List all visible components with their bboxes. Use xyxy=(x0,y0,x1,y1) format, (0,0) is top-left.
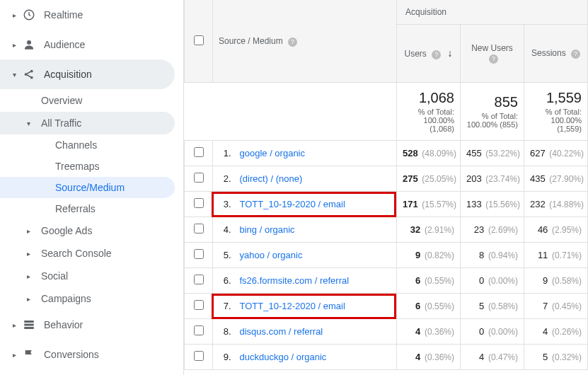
row-new-users: 4 (0.47%) xyxy=(460,345,524,370)
row-users: 4 (0.36%) xyxy=(396,345,460,370)
colgroup-acquisition: Acquisition xyxy=(396,0,587,25)
table-row: 4.bing / organic32 (2.91%)23 (2.69%)46 (… xyxy=(185,217,588,243)
row-index: 7. xyxy=(213,294,234,319)
source-link[interactable]: disqus.com / referral xyxy=(240,326,323,337)
nav-behavior[interactable]: ▸ Behavior xyxy=(0,310,183,340)
svg-rect-5 xyxy=(24,321,34,323)
help-icon[interactable]: ? xyxy=(489,54,498,64)
row-new-users: 455 (53.22%) xyxy=(460,141,524,166)
row-users: 528 (48.09%) xyxy=(396,141,460,166)
nav-all-traffic[interactable]: ▾ All Traffic xyxy=(0,112,175,134)
row-index: 5. xyxy=(213,243,234,268)
nav-conversions[interactable]: ▸ Conversions xyxy=(0,340,183,369)
table-row: 9.duckduckgo / organic4 (0.36%)4 (0.47%)… xyxy=(185,345,588,370)
nav-audience[interactable]: ▸ Audience xyxy=(0,30,183,59)
row-index: 8. xyxy=(213,319,234,345)
row-source: (direct) / (none) xyxy=(234,166,397,192)
row-users: 9 (0.82%) xyxy=(396,243,460,268)
row-index: 3. xyxy=(213,192,234,217)
caret-icon: ▸ xyxy=(27,227,35,235)
table-row: 5.yahoo / organic9 (0.82%)8 (0.94%)11 (0… xyxy=(185,243,588,268)
help-icon[interactable]: ? xyxy=(288,38,297,47)
select-all-cell xyxy=(185,0,213,83)
source-link[interactable]: yahoo / organic xyxy=(240,250,303,260)
row-index: 4. xyxy=(213,217,234,243)
source-link[interactable]: bing / organic xyxy=(240,224,295,235)
row-new-users: 5 (0.58%) xyxy=(460,294,524,319)
flag-icon xyxy=(21,347,37,362)
row-sessions: 7 (0.45%) xyxy=(524,294,587,319)
row-checkbox[interactable] xyxy=(194,249,204,259)
sort-desc-icon: ↓ xyxy=(448,47,453,59)
row-checkbox[interactable] xyxy=(194,325,204,335)
row-index: 6. xyxy=(213,268,234,294)
nav-label: Acquisition xyxy=(44,69,92,80)
nav-social[interactable]: ▸Social xyxy=(0,265,183,287)
source-link[interactable]: duckduckgo / organic xyxy=(240,352,327,362)
caret-icon: ▸ xyxy=(27,250,35,258)
source-link[interactable]: fs26.formsite.com / referral xyxy=(240,275,350,286)
nav-referrals[interactable]: Referrals xyxy=(0,198,183,219)
col-source-medium[interactable]: Source / Medium ? xyxy=(213,0,397,83)
row-users: 4 (0.36%) xyxy=(396,319,460,345)
row-new-users: 0 (0.00%) xyxy=(460,268,524,294)
nav-google-ads[interactable]: ▸Google Ads xyxy=(0,219,183,242)
row-new-users: 133 (15.56%) xyxy=(460,192,524,217)
help-icon[interactable]: ? xyxy=(571,50,580,59)
data-table: Source / Medium ? Acquisition Users ? ↓ … xyxy=(184,0,588,370)
nav-label: Conversions xyxy=(44,349,99,360)
row-checkbox[interactable] xyxy=(194,173,204,183)
row-source: TOTT_10-12-2020 / email xyxy=(234,294,397,319)
row-checkbox[interactable] xyxy=(194,275,204,284)
row-checkbox[interactable] xyxy=(194,300,204,310)
row-sessions: 46 (2.95%) xyxy=(524,217,587,243)
row-index: 9. xyxy=(213,345,234,370)
row-checkbox[interactable] xyxy=(194,224,204,233)
row-source: duckduckgo / organic xyxy=(234,345,397,370)
table-row: 2.(direct) / (none)275 (25.05%)203 (23.7… xyxy=(185,166,588,192)
total-new-users: 855 % of Total: 100.00% (855) xyxy=(460,83,524,141)
nav-acquisition[interactable]: ▾ Acquisition xyxy=(0,59,175,89)
row-index: 1. xyxy=(213,141,234,166)
col-users[interactable]: Users ? ↓ xyxy=(396,25,460,83)
source-link[interactable]: (direct) / (none) xyxy=(240,173,303,184)
total-sessions: 1,559 % of Total: 100.00% (1,559) xyxy=(524,83,587,141)
row-sessions: 232 (14.88%) xyxy=(524,192,587,217)
caret-down-icon: ▾ xyxy=(10,71,18,79)
help-icon[interactable]: ? xyxy=(432,50,441,59)
source-link[interactable]: TOTT_10-19-2020 / email xyxy=(240,199,345,209)
row-users: 6 (0.55%) xyxy=(396,268,460,294)
row-sessions: 4 (0.26%) xyxy=(524,319,587,345)
nav-channels[interactable]: Channels xyxy=(0,134,183,156)
svg-rect-7 xyxy=(24,327,34,329)
col-new-users[interactable]: New Users ? xyxy=(460,25,524,83)
source-link[interactable]: google / organic xyxy=(240,148,306,158)
table-row: 7.TOTT_10-12-2020 / email6 (0.55%)5 (0.5… xyxy=(185,294,588,319)
table-row: 6.fs26.formsite.com / referral6 (0.55%)0… xyxy=(185,268,588,294)
nav-search-console[interactable]: ▸Search Console xyxy=(0,242,183,265)
col-sessions[interactable]: Sessions ? xyxy=(524,25,587,83)
caret-icon: ▸ xyxy=(27,295,35,303)
table-row: 8.disqus.com / referral4 (0.36%)0 (0.00%… xyxy=(185,319,588,345)
nav-source-medium[interactable]: Source/Medium xyxy=(0,177,175,198)
caret-icon: ▸ xyxy=(10,11,18,19)
row-sessions: 627 (40.22%) xyxy=(524,141,587,166)
select-all-checkbox[interactable] xyxy=(194,35,204,45)
sidebar: ▸ Realtime ▸ Audience ▾ Acquisition Over… xyxy=(0,0,184,375)
behavior-icon xyxy=(21,317,37,333)
source-link[interactable]: TOTT_10-12-2020 / email xyxy=(240,301,345,311)
nav-overview[interactable]: Overview xyxy=(0,89,183,112)
row-checkbox[interactable] xyxy=(194,351,204,361)
row-index: 2. xyxy=(213,166,234,192)
table-row: 3.TOTT_10-19-2020 / email171 (15.57%)133… xyxy=(185,192,588,217)
row-checkbox[interactable] xyxy=(194,198,204,208)
nav-realtime[interactable]: ▸ Realtime xyxy=(0,0,183,30)
row-checkbox[interactable] xyxy=(194,147,204,157)
nav-treemaps[interactable]: Treemaps xyxy=(0,156,183,177)
row-source: bing / organic xyxy=(234,217,397,243)
row-users: 171 (15.57%) xyxy=(396,192,460,217)
table-row: 1.google / organic528 (48.09%)455 (53.22… xyxy=(185,141,588,166)
nav-campaigns[interactable]: ▸Campaigns xyxy=(0,287,183,310)
row-users: 32 (2.91%) xyxy=(396,217,460,243)
row-sessions: 9 (0.58%) xyxy=(524,268,587,294)
